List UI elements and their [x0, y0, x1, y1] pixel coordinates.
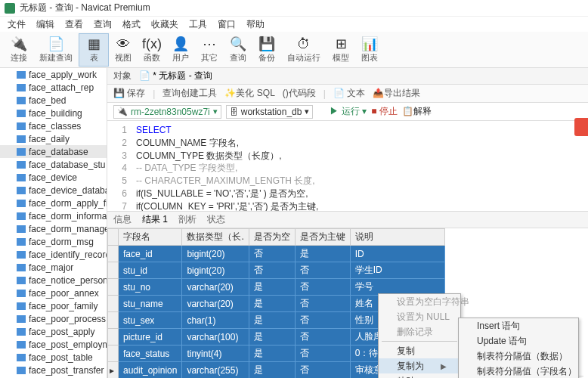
menu-item[interactable]: 删除记录 — [379, 324, 460, 339]
result-tab-状态[interactable]: 状态 — [207, 213, 225, 226]
menu-查看[interactable]: 查看 — [65, 18, 83, 31]
run-button[interactable]: ▶ 运行 ▾ — [330, 105, 367, 118]
table-icon — [17, 302, 26, 310]
tool-备份[interactable]: 💾备份 — [252, 33, 281, 67]
grid-header[interactable]: 是否为空 — [249, 229, 295, 246]
query-builder-button[interactable]: 查询创建工具 — [162, 87, 217, 100]
server-select[interactable]: 🔌 rm-2zetn83n05wz7i ▾ — [113, 105, 221, 119]
code-snippet-button[interactable]: ()代码段 — [283, 87, 316, 100]
tree-item-face_post_apply[interactable]: face_post_apply — [0, 325, 107, 338]
tree-item-face_dorm_apply_file[interactable]: face_dorm_apply_file — [0, 197, 107, 209]
beautify-sql-button[interactable]: ✨美化 SQL — [224, 87, 274, 100]
tree-item-face_database[interactable]: face_database — [0, 145, 107, 158]
tree-item-face_attach_rep[interactable]: face_attach_rep — [0, 81, 107, 94]
tool-视图[interactable]: 👁视图 — [109, 33, 138, 67]
menu-item[interactable]: Insert 语句 — [459, 318, 578, 333]
tree-item-face_identify_record[interactable]: face_identify_record — [0, 248, 107, 261]
menu-item[interactable]: 设置为 NULL — [379, 309, 460, 324]
grid-header[interactable]: 字段名 — [119, 229, 182, 246]
menu-item[interactable]: 制表符分隔值（字段名） — [459, 364, 578, 378]
tree-item-face_poor_process[interactable]: face_poor_process — [0, 312, 107, 325]
tree-item-face_post_transfer[interactable]: face_post_transfer — [0, 364, 107, 376]
menu-item[interactable]: Update 语句 — [459, 333, 578, 349]
menu-item[interactable]: 复制 — [379, 343, 460, 358]
tree-item-face_device_database[interactable]: face_device_database — [0, 184, 107, 197]
menu-窗口[interactable]: 窗口 — [218, 18, 236, 31]
menu-文件[interactable]: 文件 — [8, 18, 26, 31]
tree-item-face_database_stu[interactable]: face_database_stu — [0, 158, 107, 171]
database-select[interactable]: 🗄 workstation_db ▾ — [226, 105, 314, 119]
object-tree[interactable]: face_apply_workface_attach_repface_bedfa… — [0, 68, 107, 378]
tool-图表[interactable]: 📊图表 — [355, 33, 384, 67]
menu-格式[interactable]: 格式 — [122, 18, 141, 31]
tree-item-face_poor_annex[interactable]: face_poor_annex — [0, 287, 107, 299]
table-icon — [17, 277, 26, 284]
action-bar: 💾 保存 | 查询创建工具 ✨美化 SQL ()代码段 | 📄 文本 📤导出结果 — [107, 85, 588, 103]
menu-收藏夹[interactable]: 收藏夹 — [151, 18, 178, 31]
tab-objects[interactable]: 对象 — [113, 70, 132, 82]
menu-查询[interactable]: 查询 — [94, 18, 112, 31]
save-button[interactable]: 💾 保存 — [113, 87, 145, 100]
tool-模型[interactable]: ⊞模型 — [326, 33, 355, 67]
tab-query[interactable]: 📄 * 无标题 - 查询 — [139, 70, 212, 82]
tree-item-face_major[interactable]: face_major — [0, 261, 107, 274]
tool-自动运行[interactable]: ⏱自动运行 — [281, 33, 326, 67]
main-toolbar: 🔌连接📄新建查询▦表👁视图f(x)函数👤用户⋯其它🔍查询💾备份⏱自动运行⊞模型📊… — [0, 32, 588, 68]
tree-item-face_poor_family[interactable]: face_poor_family — [0, 299, 107, 312]
table-icon — [17, 354, 26, 361]
tree-item-face_notice_person[interactable]: face_notice_person — [0, 274, 107, 287]
tool-函数[interactable]: f(x)函数 — [138, 33, 166, 67]
grid-header[interactable]: 是否为主键 — [295, 229, 350, 246]
context-menu[interactable]: 设置为空白字符串设置为 NULL删除记录复制复制为▶粘贴显示▶ — [378, 293, 461, 378]
stop-button[interactable]: ■ 停止 — [371, 105, 398, 118]
menu-工具[interactable]: 工具 — [189, 18, 207, 31]
result-tab-剖析[interactable]: 剖析 — [178, 213, 197, 226]
tree-item-face_bed[interactable]: face_bed — [0, 94, 107, 107]
sql-badge-icon — [574, 118, 588, 136]
tool-表[interactable]: ▦表 — [79, 33, 109, 67]
tool-用户[interactable]: 👤用户 — [166, 33, 195, 67]
menu-item[interactable]: 制表符分隔值（数据） — [459, 349, 578, 364]
menu-item[interactable]: 粘贴 — [379, 373, 460, 378]
tree-item-face_building[interactable]: face_building — [0, 107, 107, 119]
table-row[interactable]: stu_idbigint(20)否否学生ID — [108, 262, 445, 279]
table-icon — [17, 341, 26, 349]
explain-button[interactable]: 📋解释 — [402, 105, 432, 118]
table-icon — [17, 161, 26, 169]
tool-新建查询[interactable]: 📄新建查询 — [33, 33, 79, 67]
grid-header[interactable]: 说明 — [350, 229, 445, 246]
tree-item-face_apply_work[interactable]: face_apply_work — [0, 68, 107, 81]
result-tabs: 信息结果 1剖析状态 — [107, 212, 588, 228]
tree-item-face_dorm_information[interactable]: face_dorm_information — [0, 209, 107, 222]
menu-item[interactable]: 复制为▶ — [379, 358, 460, 373]
menu-帮助[interactable]: 帮助 — [246, 18, 265, 31]
window-title: 无标题 - 查询 - Navicat Premium — [20, 2, 150, 14]
table-icon — [17, 84, 26, 91]
result-tab-结果 1[interactable]: 结果 1 — [142, 213, 168, 226]
tool-连接[interactable]: 🔌连接 — [5, 33, 33, 67]
tree-item-face_post_table[interactable]: face_post_table — [0, 351, 107, 364]
tree-item-face_classes[interactable]: face_classes — [0, 119, 107, 132]
tree-item-face_daily[interactable]: face_daily — [0, 132, 107, 145]
export-button[interactable]: 📤导出结果 — [373, 87, 420, 100]
connection-bar: 🔌 rm-2zetn83n05wz7i ▾ 🗄 workstation_db ▾… — [107, 103, 588, 121]
tool-查询[interactable]: 🔍查询 — [224, 33, 252, 67]
tree-item-face_post_employmen[interactable]: face_post_employmen — [0, 338, 107, 351]
table-icon — [17, 110, 26, 117]
menu-编辑[interactable]: 编辑 — [36, 18, 54, 31]
tree-item-face_device[interactable]: face_device — [0, 171, 107, 184]
sql-editor[interactable]: 1SELECT2 COLUMN_NAME 字段名,3 COLUMN_TYPE 数… — [107, 121, 588, 212]
tool-其它[interactable]: ⋯其它 — [195, 33, 224, 67]
table-icon — [17, 290, 26, 297]
table-icon — [17, 328, 26, 336]
text-button[interactable]: 📄 文本 — [333, 87, 365, 100]
grid-header[interactable]: 数据类型（长. — [182, 229, 249, 246]
menu-item[interactable]: 设置为空白字符串 — [379, 294, 460, 309]
table-row[interactable]: face_idbigint(20)否是ID — [108, 246, 445, 262]
result-tab-信息[interactable]: 信息 — [113, 213, 132, 226]
tree-item-face_dorm_manager[interactable]: face_dorm_manager — [0, 222, 107, 235]
context-submenu[interactable]: Insert 语句Update 语句制表符分隔值（数据）制表符分隔值（字段名）制… — [458, 318, 579, 378]
title-bar: 无标题 - 查询 - Navicat Premium — [0, 0, 588, 17]
table-icon — [17, 315, 26, 323]
tree-item-face_dorm_msg[interactable]: face_dorm_msg — [0, 235, 107, 248]
